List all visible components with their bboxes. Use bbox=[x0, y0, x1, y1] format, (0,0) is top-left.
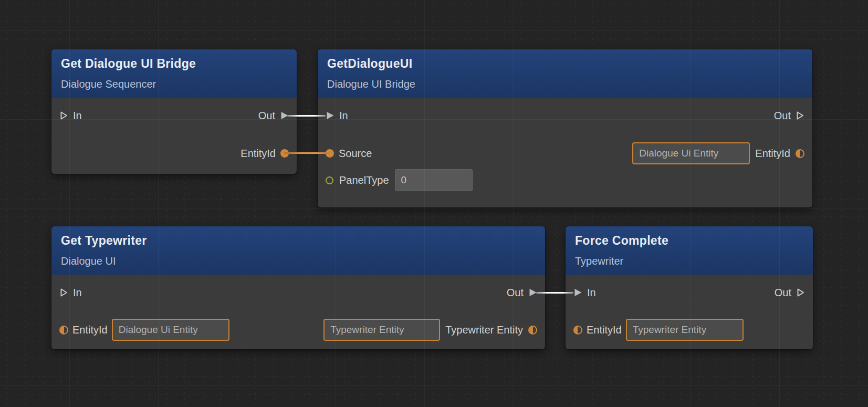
exec-in-port-icon[interactable] bbox=[59, 288, 68, 297]
node-getdialogueui[interactable]: GetDialogueUI Dialogue UI Bridge In Out … bbox=[318, 49, 812, 207]
exec-port-row: In Out bbox=[566, 284, 813, 301]
node-title: Get Typewriter bbox=[61, 233, 536, 248]
exec-out-port-icon[interactable] bbox=[796, 111, 804, 120]
exec-port-row: In Out bbox=[51, 107, 297, 124]
entityid-value-field[interactable] bbox=[112, 319, 229, 341]
node-get-typewriter[interactable]: Get Typewriter Dialogue UI In Out Entity… bbox=[51, 226, 545, 349]
typewriter-entity-out-label: Typewriter Entity bbox=[445, 324, 523, 336]
data-wire[interactable] bbox=[284, 152, 329, 154]
exec-in-port-icon[interactable] bbox=[573, 288, 582, 297]
paneltype-label: PanelType bbox=[339, 174, 389, 186]
node-subtitle: Dialogue UI Bridge bbox=[327, 78, 803, 90]
exec-port-row: In Out bbox=[51, 284, 545, 301]
node-force-complete[interactable]: Force Complete Typewriter In Out EntityI… bbox=[566, 226, 813, 349]
entityid-out-port-icon[interactable] bbox=[796, 149, 804, 158]
node-subtitle: Dialogue Sequencer bbox=[61, 78, 287, 90]
node-header: Force Complete Typewriter bbox=[566, 226, 813, 275]
node-subtitle: Dialogue UI bbox=[61, 255, 536, 267]
data-port-row: Source EntityId bbox=[318, 142, 812, 165]
exec-in-label: In bbox=[73, 110, 82, 122]
entityid-out-label: EntityId bbox=[755, 148, 790, 160]
graph-canvas[interactable]: Get Dialogue UI Bridge Dialogue Sequence… bbox=[0, 0, 868, 407]
entityid-in-label: EntityId bbox=[72, 324, 108, 336]
exec-out-label: Out bbox=[774, 110, 791, 122]
data-port-row: EntityId Typewriter Entity bbox=[51, 318, 545, 341]
node-header: Get Dialogue UI Bridge Dialogue Sequence… bbox=[51, 49, 297, 98]
node-get-dialogue-ui-bridge[interactable]: Get Dialogue UI Bridge Dialogue Sequence… bbox=[51, 49, 297, 174]
exec-out-label: Out bbox=[775, 287, 791, 299]
node-title: GetDialogueUI bbox=[327, 56, 803, 71]
node-header: GetDialogueUI Dialogue UI Bridge bbox=[318, 49, 812, 98]
node-title: Force Complete bbox=[575, 233, 803, 248]
entityid-value-field[interactable] bbox=[626, 319, 744, 341]
exec-in-port-icon[interactable] bbox=[326, 111, 334, 120]
exec-in-port-icon[interactable] bbox=[59, 111, 68, 120]
exec-out-port-icon[interactable] bbox=[796, 288, 805, 297]
exec-port-row: In Out bbox=[318, 107, 812, 124]
exec-out-label: Out bbox=[258, 110, 275, 122]
exec-wire[interactable] bbox=[287, 115, 326, 117]
exec-wire[interactable] bbox=[536, 292, 573, 294]
node-header: Get Typewriter Dialogue UI bbox=[51, 226, 545, 275]
panel-port-row: PanelType bbox=[318, 169, 812, 192]
exec-out-label: Out bbox=[507, 287, 524, 299]
exec-in-label: In bbox=[339, 110, 348, 122]
data-port-row: EntityId bbox=[51, 142, 297, 165]
node-subtitle: Typewriter bbox=[575, 255, 803, 267]
exec-in-label: In bbox=[73, 287, 82, 299]
entityid-in-label: EntityId bbox=[587, 324, 622, 336]
paneltype-port-icon[interactable] bbox=[326, 176, 333, 184]
paneltype-value-field[interactable] bbox=[395, 169, 473, 191]
entityid-out-label: EntityId bbox=[240, 148, 276, 160]
entityid-in-port-icon[interactable] bbox=[59, 326, 68, 335]
exec-in-label: In bbox=[587, 287, 596, 299]
typewriter-entity-value-field[interactable] bbox=[323, 319, 440, 341]
data-port-row: EntityId bbox=[566, 318, 813, 341]
source-label: Source bbox=[339, 148, 372, 160]
entityid-in-port-icon[interactable] bbox=[573, 326, 582, 335]
typewriter-entity-out-port-icon[interactable] bbox=[528, 326, 537, 335]
node-title: Get Dialogue UI Bridge bbox=[61, 56, 287, 71]
entityid-value-field[interactable] bbox=[632, 142, 750, 164]
